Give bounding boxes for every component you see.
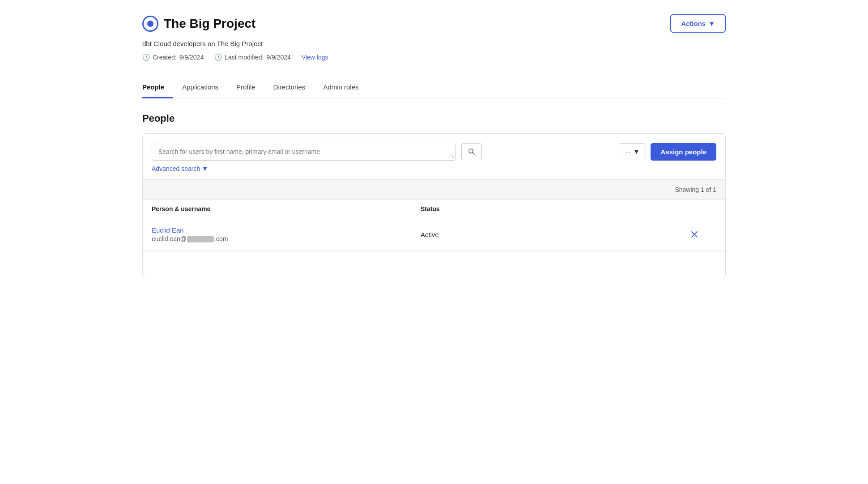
- table-header: Person & username Status: [143, 200, 725, 218]
- assign-people-button[interactable]: Assign people: [651, 143, 716, 161]
- tab-people[interactable]: People: [142, 77, 173, 98]
- title-area: The Big Project: [142, 16, 255, 32]
- remove-person-button[interactable]: [689, 229, 699, 239]
- resize-handle: ⤡: [451, 154, 454, 159]
- page-title: The Big Project: [164, 17, 255, 31]
- modified-label: Last modified:: [225, 54, 264, 61]
- meta-row: 🕐 Created: 9/9/2024 🕐 Last modified: 9/9…: [142, 54, 726, 61]
- clock-icon-2: 🕐: [214, 54, 222, 61]
- results-bar: Showing 1 of 1: [143, 179, 725, 200]
- search-input[interactable]: [152, 143, 456, 161]
- search-area: ⤡ ··· ▼ Assign people Advance: [143, 134, 725, 179]
- status-cell: Active: [421, 231, 689, 238]
- tab-directories[interactable]: Directories: [264, 77, 315, 98]
- actions-button[interactable]: Actions ▼: [670, 14, 726, 33]
- page-header: The Big Project Actions ▼: [142, 14, 726, 33]
- created-date: 9/9/2024: [179, 54, 204, 61]
- view-logs-link[interactable]: View logs: [302, 54, 328, 61]
- modified-meta: 🕐 Last modified: 9/9/2024: [214, 54, 291, 61]
- tabs-nav: People Applications Profile Directories …: [142, 77, 726, 98]
- search-input-wrapper: ⤡: [152, 143, 456, 161]
- created-meta: 🕐 Created: 9/9/2024: [142, 54, 204, 61]
- person-name-link[interactable]: Euclid Ean: [152, 226, 421, 234]
- table-row: Euclid Ean euclid.ean@.com Active: [143, 218, 725, 251]
- chevron-down-icon-3: ▼: [202, 165, 208, 172]
- modified-date: 9/9/2024: [266, 54, 291, 61]
- chevron-down-icon-2: ▼: [634, 148, 640, 155]
- logo-icon: [142, 16, 158, 32]
- tab-admin-roles[interactable]: Admin roles: [314, 77, 367, 98]
- person-email: euclid.ean@.com: [152, 235, 421, 242]
- advanced-search-toggle[interactable]: Advanced search ▼: [152, 165, 716, 172]
- empty-row: [143, 251, 725, 278]
- col-header-actions: [689, 205, 716, 212]
- close-icon: [691, 231, 698, 238]
- col-header-status: Status: [421, 205, 689, 212]
- redacted-email: [187, 236, 214, 242]
- person-cell: Euclid Ean euclid.ean@.com: [152, 226, 421, 242]
- chevron-down-icon: ▼: [708, 20, 715, 27]
- tab-applications[interactable]: Applications: [173, 77, 227, 98]
- people-card: ⤡ ··· ▼ Assign people Advance: [142, 133, 726, 278]
- page-subtitle: dbt Cloud developers on The Big Project: [142, 40, 726, 47]
- row-actions-cell: [689, 229, 716, 239]
- table-actions: ··· ▼ Assign people: [619, 143, 716, 161]
- clock-icon: 🕐: [142, 54, 150, 61]
- section-title: People: [142, 113, 726, 124]
- created-label: Created:: [153, 54, 177, 61]
- col-header-person: Person & username: [152, 205, 421, 212]
- search-row: ⤡ ··· ▼ Assign people: [152, 143, 716, 161]
- search-icon: [468, 148, 475, 155]
- more-actions-button[interactable]: ··· ▼: [619, 143, 647, 160]
- svg-line-1: [472, 153, 474, 154]
- search-button[interactable]: [461, 143, 482, 160]
- tab-profile[interactable]: Profile: [227, 77, 264, 98]
